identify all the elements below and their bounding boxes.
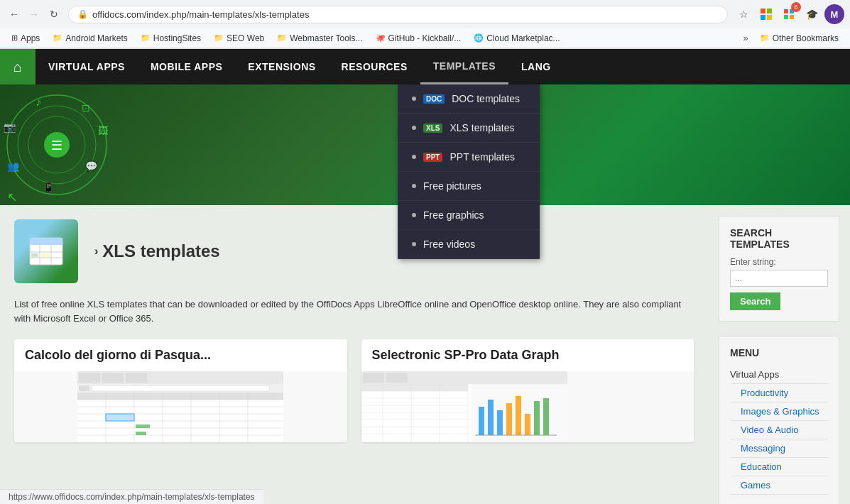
bookmark-android[interactable]: 📁 Android Markets [47,31,133,45]
svg-rect-56 [363,373,384,383]
svg-rect-36 [92,385,269,391]
svg-rect-74 [506,403,512,435]
spreadsheet-preview-1 [77,371,283,442]
cloud-icon: 🌐 [474,33,484,43]
more-bookmarks-button[interactable]: » [739,31,752,45]
lock-icon: 🔒 [77,9,88,19]
dropdown-free-videos[interactable]: Free videos [398,230,540,259]
dropdown-free-pictures[interactable]: Free pictures [398,172,540,201]
svg-rect-3 [767,15,772,20]
doc-badge: DOC [423,94,445,104]
graduation-icon[interactable]: 🎓 [802,4,822,24]
svg-text:⊡: ⊡ [82,102,90,114]
svg-text:♪: ♪ [36,96,41,108]
bookmark-github[interactable]: 🐙 GitHub - Kickball/... [370,31,467,45]
menu-virtual-apps[interactable]: Virtual Apps [730,366,828,384]
svg-rect-38 [77,393,283,400]
home-button[interactable]: ⌂ [0,49,36,84]
dropdown-xls-templates[interactable]: XLS XLS templates [398,114,540,143]
windows-icon[interactable] [756,4,776,24]
svg-rect-77 [534,401,540,435]
nav-buttons: ← → ↻ [6,6,62,23]
menu-productivity[interactable]: Productivity [730,384,828,402]
svg-rect-7 [790,15,794,19]
free-graphics-label: Free graphics [423,209,484,221]
svg-rect-59 [361,384,468,391]
sidebar: SEARCH TEMPLATES Enter string: Search ME… [708,205,850,504]
svg-rect-33 [126,373,147,383]
nav-lang[interactable]: LANG [508,49,564,84]
dropdown-ppt-templates[interactable]: PPT PPT templates [398,143,540,172]
card-1-image [14,371,347,442]
bookmark-apps-label: Apps [21,33,40,43]
star-button[interactable]: ☆ [734,4,753,24]
profile-button[interactable]: M [824,4,844,24]
url-input[interactable] [92,9,719,20]
forward-button[interactable]: → [26,6,43,23]
main-content: › XLS templates List of free online XLS … [0,205,708,504]
svg-rect-2 [761,15,765,20]
template-card-1[interactable]: Calcolo del giorno di Pasqua... [14,339,347,442]
address-bar[interactable]: 🔒 [68,6,728,23]
free-videos-label: Free videos [423,239,475,250]
free-pictures-label: Free pictures [423,180,481,192]
svg-rect-0 [761,9,765,13]
nav-templates[interactable]: TEMPLATES [420,49,508,84]
back-button[interactable]: ← [6,6,23,23]
bookmark-other[interactable]: 📁 Other Bookmarks [754,31,844,45]
apps-grid-icon: ⊞ [11,33,18,43]
menu-video-audio[interactable]: Video & Audio [730,421,828,439]
search-input[interactable] [730,270,828,287]
svg-rect-31 [79,373,100,383]
card-2-preview [361,371,694,442]
svg-text:📱: 📱 [43,182,55,194]
svg-rect-58 [361,384,468,442]
template-card-2[interactable]: Selectronic SP-Pro Data Graph [361,339,694,442]
search-button[interactable]: Search [730,292,780,310]
dot-icon-6 [412,242,416,246]
dot-icon-3 [412,155,416,159]
svg-rect-6 [784,15,788,19]
dropdown-doc-templates[interactable]: DOC DOC templates [398,84,540,114]
menu-games[interactable]: Games [730,476,828,495]
hero-graphic: ♪ ⊡ 🖼 💬 📱 👥 📷 ☰ ↖ [0,84,185,205]
other-bookmarks-icon: 📁 [760,33,770,43]
bookmark-cloud[interactable]: 🌐 Cloud Marketplac... [468,31,565,45]
bookmark-apps[interactable]: ⊞ Apps [6,31,45,45]
svg-rect-72 [488,400,494,435]
page-title-arrow-icon: › [94,245,98,258]
nav-resources[interactable]: RESOURCES [329,49,420,84]
home-icon: ⌂ [13,59,22,75]
svg-text:💬: 💬 [85,160,98,172]
bookmark-hosting[interactable]: 📁 HostingSites [135,31,207,45]
folder2-icon: 📁 [141,33,151,43]
menu-box: MENU Virtual Apps Productivity Images & … [719,336,839,504]
bookmark-seo[interactable]: 📁 SEO Web [208,31,270,45]
search-label: Enter string: [730,257,828,267]
extensions-button[interactable]: 6 [779,4,799,24]
menu-messaging[interactable]: Messaging [730,439,828,458]
dot-icon [412,97,416,101]
cards-grid: Calcolo del giorno di Pasqua... [14,339,694,442]
chart-preview [361,371,567,442]
svg-rect-27 [31,253,38,257]
menu-education[interactable]: Education [730,458,828,476]
refresh-button[interactable]: ↻ [45,6,62,23]
nav-mobile-apps[interactable]: MOBILE APPS [138,49,235,84]
menu-images-graphics[interactable]: Images & Graphics [730,402,828,421]
svg-rect-52 [136,424,150,428]
dot-icon-4 [412,184,416,188]
templates-dropdown: DOC DOC templates XLS XLS templates PPT … [398,84,540,259]
svg-text:🖼: 🖼 [98,125,108,136]
svg-rect-51 [106,414,134,421]
nav-virtual-apps[interactable]: VIRTUAL APPS [36,49,138,84]
dropdown-free-graphics[interactable]: Free graphics [398,201,540,230]
ppt-badge: PPT [423,153,442,162]
status-bar: https://www.offidocs.com/index.php/main-… [0,489,263,504]
page-title-bar: › XLS templates [14,219,694,283]
search-box: SEARCH TEMPLATES Enter string: Search [719,216,839,322]
bookmark-webmaster[interactable]: 📁 Webmaster Tools... [271,31,368,45]
bookmark-android-label: Android Markets [65,33,127,43]
nav-extensions[interactable]: EXTENSIONS [235,49,328,84]
xls-templates-label: XLS templates [449,122,514,133]
